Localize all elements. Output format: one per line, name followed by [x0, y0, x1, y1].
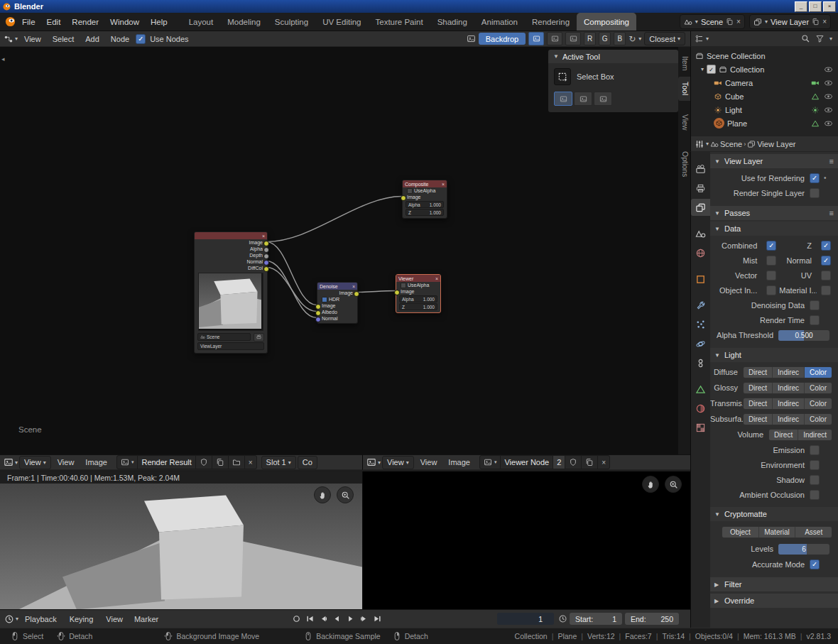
menu-window[interactable]: Window — [104, 16, 145, 28]
workspace-tab-texture-paint[interactable]: Texture Paint — [369, 13, 430, 31]
panel-menu-icon[interactable]: ≡ — [829, 157, 834, 165]
workspace-tab-compositing[interactable]: Compositing — [577, 13, 636, 31]
node-menu-select[interactable]: Select — [48, 35, 80, 43]
property-checkbox[interactable] — [810, 475, 820, 485]
light-transmis-color-button[interactable]: Color — [805, 398, 832, 409]
property-checkbox[interactable]: ✓ — [810, 173, 820, 183]
node-wire[interactable] — [357, 291, 396, 293]
zoom-gizmo[interactable] — [337, 486, 354, 503]
current-frame-field[interactable]: 1 — [497, 613, 554, 625]
composite-image-socket[interactable] — [401, 195, 406, 201]
outliner-row-cube[interactable]: Cube — [691, 89, 838, 103]
viewer-image-socket[interactable] — [394, 290, 400, 295]
editor-type-dropdown-icon[interactable]: ▾ — [16, 616, 18, 622]
node-checkbox[interactable] — [401, 283, 406, 288]
properties-tab-render[interactable] — [691, 160, 711, 178]
image-browse-button[interactable]: ▾ — [480, 456, 501, 469]
node-denoise[interactable]: Denoise×ImageHDRImageAlbedoNormal — [317, 282, 358, 324]
property-checkbox[interactable] — [810, 460, 820, 470]
pan-gizmo[interactable] — [314, 486, 331, 503]
frame-start-field[interactable]: Start:1 — [570, 613, 622, 625]
light-volume-indirect-button[interactable]: Indirect — [798, 430, 832, 440]
menu-edit[interactable]: Edit — [41, 16, 67, 28]
properties-tab-constraints[interactable] — [691, 354, 711, 371]
render-pass-dropdown[interactable]: Co — [298, 456, 317, 469]
view-layer-selector[interactable]: ▾View Layer× — [749, 14, 831, 29]
properties-tab-view-layer[interactable] — [691, 199, 711, 216]
levels-slider[interactable]: 6 — [778, 544, 829, 555]
light-transmis-indirec-button[interactable]: Indirec — [773, 398, 805, 409]
properties-tab-material[interactable] — [691, 400, 711, 417]
light-transmis-direct-button[interactable]: Direct — [744, 398, 773, 409]
workspace-tab-shading[interactable]: Shading — [430, 13, 474, 31]
light-diffuse-color-button[interactable]: Color — [805, 367, 832, 378]
panel-expand-icon[interactable]: ▶ — [714, 582, 721, 588]
hide-in-viewport-eye-icon[interactable] — [824, 78, 833, 87]
unlink-scene-icon[interactable]: × — [736, 18, 741, 26]
backdrop-channel-color-toggle[interactable] — [547, 32, 562, 45]
render-slot-dropdown[interactable]: Slot 1▾ — [261, 456, 296, 469]
image-name-field[interactable]: Render Result — [138, 456, 195, 469]
panel-menu-icon[interactable]: ≡ — [829, 209, 834, 217]
scene-select[interactable]: Scene — [197, 333, 251, 341]
select-mode-toggle-0[interactable] — [554, 92, 572, 106]
editor-type-dropdown-icon[interactable]: ▾ — [378, 459, 381, 466]
image-browse-dropdown-icon[interactable]: ▾ — [494, 459, 497, 465]
hide-in-viewport-eye-icon[interactable] — [824, 105, 833, 114]
pass-checkbox[interactable] — [821, 285, 831, 295]
viewer-node-canvas[interactable] — [362, 471, 690, 609]
pass-checkbox[interactable] — [766, 285, 776, 295]
backdrop-channel-alpha-toggle[interactable] — [565, 32, 581, 45]
mode-dropdown-icon[interactable]: ▾ — [43, 459, 46, 466]
editor-type-image-icon[interactable] — [4, 457, 13, 467]
image-browse-button[interactable]: ▾ — [117, 456, 138, 469]
passes-panel-header[interactable]: ▼Passes≡ — [710, 206, 838, 220]
use-nodes-checkbox[interactable]: ✓ — [136, 34, 146, 44]
light-glossy-color-button[interactable]: Color — [805, 383, 832, 393]
remove-view-layer-icon[interactable]: × — [822, 18, 827, 26]
image-menu-image[interactable]: Image — [80, 458, 112, 466]
editor-type-outliner-icon[interactable] — [695, 34, 704, 44]
node-value-slider[interactable]: Z1.000 — [399, 303, 437, 310]
channel-g-button[interactable]: G — [599, 32, 611, 45]
expand-icon[interactable]: ▾ — [701, 66, 704, 72]
jump-to-start-button[interactable] — [303, 613, 316, 626]
zoom-gizmo[interactable] — [665, 476, 682, 493]
search-icon[interactable] — [801, 34, 810, 43]
node-close-icon[interactable]: × — [352, 284, 355, 289]
view-layer-select[interactable]: ViewLayer — [197, 342, 264, 350]
properties-tab-physics[interactable] — [691, 335, 711, 352]
property-checkbox[interactable] — [810, 490, 820, 500]
properties-tab-modifiers[interactable] — [691, 297, 711, 314]
new-image-button[interactable] — [582, 456, 598, 469]
unlink-image-button[interactable]: × — [245, 456, 256, 469]
workspace-tab-layout[interactable]: Layout — [182, 13, 221, 31]
filter-icon[interactable] — [815, 34, 825, 43]
panel-collapse-icon[interactable]: ▼ — [714, 352, 721, 359]
pass-checkbox[interactable] — [821, 271, 831, 280]
panel-expand-icon[interactable]: ▼ — [553, 53, 559, 60]
new-scene-icon[interactable] — [726, 18, 734, 26]
hide-in-viewport-eye-icon[interactable] — [824, 119, 833, 128]
menu-help[interactable]: Help — [145, 16, 173, 28]
auto-render-icon[interactable]: ↻ — [628, 34, 636, 44]
workspace-tab-uv-editing[interactable]: UV Editing — [315, 13, 368, 31]
image-browse-dropdown-icon[interactable]: ▾ — [131, 459, 134, 465]
node-close-icon[interactable]: × — [262, 234, 265, 239]
blender-app-icon[interactable] — [4, 16, 16, 28]
editor-type-dropdown-icon[interactable]: ▾ — [15, 36, 18, 42]
hide-in-viewport-eye-icon[interactable] — [824, 65, 833, 74]
node-viewer[interactable]: Viewer×UseAlphaImageAlpha1.000Z1.000 — [396, 274, 441, 313]
play-button[interactable] — [344, 613, 357, 626]
panel-collapse-icon[interactable]: ▼ — [714, 210, 721, 217]
override-panel-header[interactable]: ▶Override — [710, 594, 838, 608]
pan-gizmo[interactable] — [642, 476, 659, 493]
light-subsurfa-color-button[interactable]: Color — [805, 414, 832, 425]
panel-collapse-icon[interactable]: ▼ — [714, 511, 721, 518]
light-panel-header[interactable]: ▼Light — [710, 348, 838, 362]
node-close-icon[interactable]: × — [442, 182, 445, 187]
view-layer-browse-dropdown-icon[interactable]: ▾ — [765, 18, 768, 25]
render-active-layer-button[interactable] — [254, 333, 264, 342]
prev-keyframe-button[interactable] — [317, 613, 330, 626]
snap-dropdown-icon[interactable]: ▾ — [678, 36, 680, 42]
